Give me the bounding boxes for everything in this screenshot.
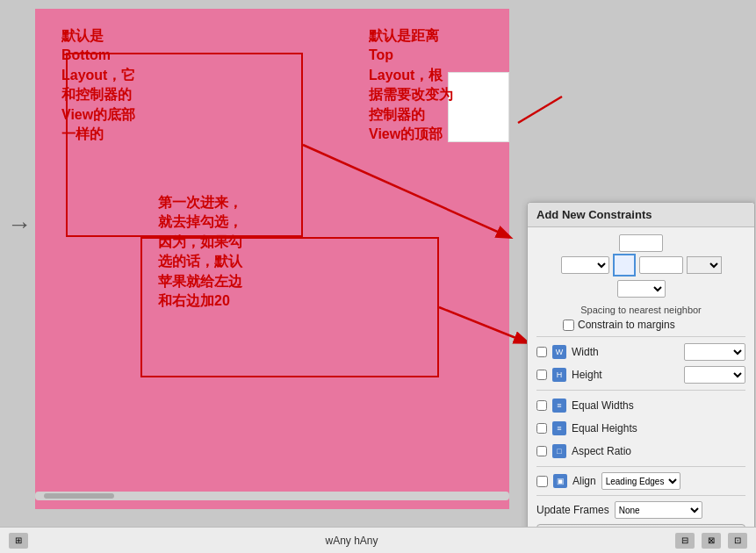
height-icon: H [552,368,566,382]
spacing-bottom-select[interactable] [617,280,666,298]
width-row: W Width [536,342,745,362]
bottom-toolbar: ⊞ wAny hAny ⊟ ⊠ ⊡ [0,527,756,553]
equal-widths-row: ≡ Equal Widths [536,396,745,415]
separator-4 [536,495,745,496]
grid-icon[interactable]: ⊟ [675,533,695,549]
height-checkbox[interactable] [536,370,547,380]
height-select[interactable] [684,366,745,384]
separator-2 [536,390,745,391]
height-row: H Height [536,365,745,384]
constrain-margins-checkbox[interactable] [563,320,574,331]
annotation-text-2: 默认是距离TopLayout，根据需要改变为控制器的View的顶部 [369,26,518,144]
constraints-panel: Add New Constraints Spacing to nearest n [527,202,755,527]
constrain-margins-label: Constrain to margins [578,319,675,331]
pin-icon[interactable]: ⊠ [702,533,721,549]
equal-widths-icon: ≡ [552,399,566,413]
spacing-left-select[interactable] [561,256,609,274]
width-checkbox[interactable] [536,347,547,357]
scrollbar-container[interactable] [35,492,509,500]
update-frames-label: Update Frames [536,504,609,516]
toolbar-right: ⊟ ⊠ ⊡ [675,533,747,549]
view-icon-left[interactable]: ⊞ [9,533,28,549]
aspect-ratio-label: Aspect Ratio [572,445,745,457]
align-row: ▣ Align Leading Edges [536,472,745,490]
aspect-ratio-icon: □ [552,444,566,458]
separator-1 [536,336,745,337]
separator-3 [536,466,745,467]
update-frames-select[interactable]: None [615,501,702,519]
center-box [613,254,636,276]
width-icon: W [552,345,566,359]
spacing-right-select[interactable] [687,256,722,274]
canvas-area: → 默认是BottomLayout，它和控制器的View的底部一样的 默认是距离… [0,0,755,527]
toolbar-left: ⊞ [9,533,28,549]
scrollbar-thumb [44,493,114,499]
equal-heights-checkbox[interactable] [536,423,547,434]
layout-icon[interactable]: ⊡ [728,533,747,549]
equal-widths-checkbox[interactable] [536,400,547,411]
update-frames-row: Update Frames None [536,501,745,519]
spacing-right-input[interactable] [639,256,683,274]
width-select[interactable] [684,343,745,361]
width-label: Width [572,346,679,358]
align-label: Align [572,475,596,487]
spacing-label: Spacing to nearest neighbor [536,305,745,315]
annotation-box-3 [140,237,439,377]
aspect-ratio-checkbox[interactable] [536,446,547,456]
align-icon: ▣ [553,474,567,488]
panel-title: Add New Constraints [528,203,754,227]
equal-widths-label: Equal Widths [572,399,745,412]
height-label: Height [572,369,679,381]
constrain-row: Constrain to margins [536,319,745,331]
aspect-ratio-row: □ Aspect Ratio [536,442,745,461]
equal-heights-label: Equal Heights [572,422,745,434]
svg-line-1 [518,97,562,123]
size-label: wAny hAny [325,535,378,547]
spacing-grid [536,234,745,298]
align-checkbox[interactable] [536,476,548,487]
equal-heights-row: ≡ Equal Heights [536,419,745,438]
equal-heights-icon: ≡ [552,421,566,435]
nav-arrow[interactable]: → [7,211,32,239]
spacing-top-input[interactable] [619,234,663,252]
align-select[interactable]: Leading Edges [601,472,680,490]
toolbar-center: wAny hAny [325,535,378,547]
